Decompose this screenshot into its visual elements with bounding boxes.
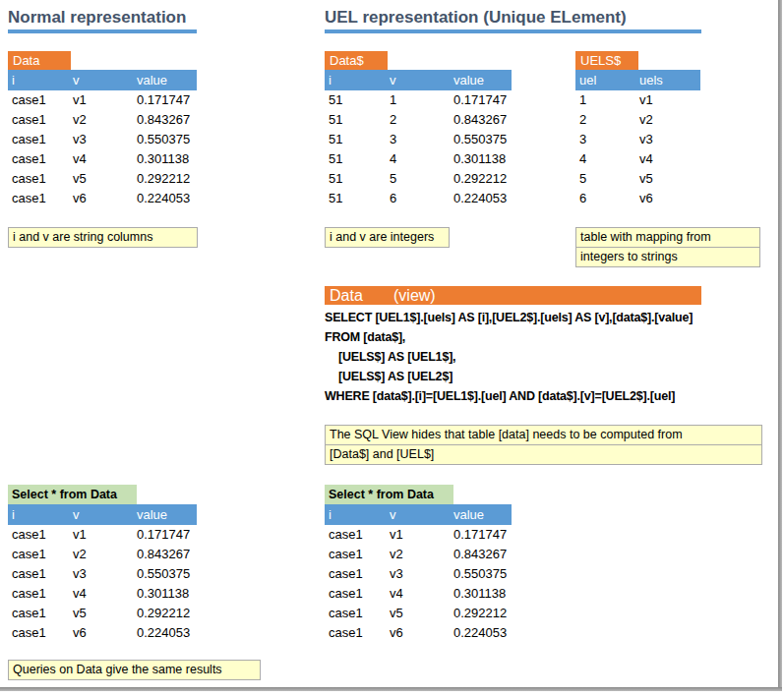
column-header: i [8,70,73,90]
heading-normal: Normal representation [8,7,197,33]
table-row: case1v20.843267 [325,545,512,564]
cell: case1 [8,564,73,584]
cell: 0.550375 [137,564,197,584]
cell: v1 [639,90,700,110]
table-row: case1v40.301138 [8,584,197,604]
table-data: Data i v value case1v10.171747 case1v20.… [8,51,197,208]
table-row: 6v6 [575,189,700,208]
cell: 0.171747 [137,90,197,110]
cell: v5 [73,604,137,623]
cell: v1 [73,525,137,545]
note-sql-view: The SQL View hides that table [data] nee… [325,425,762,465]
cell: 5 [575,169,639,189]
table-uels-header: uel uels [575,70,700,90]
column-header: uels [639,70,700,90]
cell: v2 [390,545,453,564]
table-row: case1v30.550375 [8,564,197,584]
cell: 0.171747 [137,525,197,545]
sql-line: [UELS$] AS [UEL1$], [325,347,693,367]
table-row: 2v2 [575,110,700,130]
note-text: integers to strings [575,247,760,267]
cell: 0.171747 [453,525,512,545]
table-select-right-header: i v value [325,504,512,525]
column-header: value [137,70,197,90]
cell: v1 [390,525,453,545]
note-queries: Queries on Data give the same results [8,660,261,680]
table-row: 1v1 [575,90,700,110]
cell: 0.292212 [137,169,197,189]
table-data-title: Data [8,51,71,70]
cell: 1 [390,90,453,110]
cell: 5 [390,169,453,189]
cell: 0.301138 [137,149,197,169]
cell: 0.301138 [137,584,197,604]
table-row: case1v20.843267 [8,545,197,564]
cell: 0.550375 [453,130,512,149]
table-uels-title: UELS$ [575,51,638,70]
cell: v6 [73,189,137,208]
cell: 0.224053 [137,623,197,643]
cell: v5 [390,604,453,623]
cell: case1 [325,525,390,545]
table-row: case1v40.301138 [8,149,197,169]
column-header: uel [575,70,639,90]
cell: 0.843267 [137,110,197,130]
table-data-s-title: Data$ [325,51,388,70]
cell: 0.224053 [453,623,512,643]
cell: 0.843267 [453,110,512,130]
cell: 51 [325,169,390,189]
table-row: 5160.224053 [325,189,512,208]
table-row: case1v50.292212 [325,604,512,623]
heading-uel-text: UEL representation (Unique ELement) [325,7,701,28]
heading-normal-text: Normal representation [8,7,197,28]
cell: v3 [639,130,700,149]
figure-canvas: Normal representation UEL representation… [0,0,784,697]
cell: 0.301138 [453,584,512,604]
column-header: i [325,504,390,525]
cell: case1 [325,584,390,604]
column-header: i [325,70,390,90]
note-text: Queries on Data give the same results [8,660,261,680]
table-row: case1v20.843267 [8,110,197,130]
table-row: 3v3 [575,130,700,149]
cell: 0.301138 [453,149,512,169]
sql-query: SELECT [UEL1$].[uels] AS [i],[UEL2$].[ue… [325,308,693,406]
cell: case1 [8,584,73,604]
cell: 0.292212 [453,169,512,189]
table-select-right: Select * from Data i v value case1v10.17… [325,485,512,643]
cell: v4 [639,149,700,169]
cell: v2 [639,110,700,130]
cell: 0.224053 [453,189,512,208]
cell: v6 [639,189,700,208]
cell: case1 [325,623,390,643]
cell: v5 [73,169,137,189]
note-string-columns: i and v are string columns [8,227,198,248]
cell: case1 [325,545,390,564]
cell: 2 [575,110,639,130]
table-data-s-header: i v value [325,70,512,90]
cell: 3 [390,130,453,149]
sql-view-titlebar: Data(view) [325,286,701,305]
cell: v2 [73,110,137,130]
cell: case1 [325,564,390,584]
table-row: 5120.843267 [325,110,512,130]
cell: v6 [390,623,453,643]
heading-normal-rule [8,29,197,33]
table-row: case1v10.171747 [8,525,197,545]
table-row: 5140.301138 [325,149,512,169]
sql-line: WHERE [data$].[i]=[UEL1$].[uel] AND [dat… [325,386,693,406]
sql-line: SELECT [UEL1$].[uels] AS [i],[UEL2$].[ue… [325,308,693,327]
column-header: value [137,504,197,525]
note-mapping: table with mapping from integers to stri… [575,227,760,267]
table-row: case1v60.224053 [8,189,197,208]
note-text: i and v are integers [325,227,450,248]
cell: case1 [8,169,73,189]
table-row: 4v4 [575,149,700,169]
table-row: case1v60.224053 [8,623,197,643]
table-row: case1v30.550375 [325,564,512,584]
cell: 4 [575,149,639,169]
note-integers: i and v are integers [325,227,450,248]
table-select-left: Select * from Data i v value case1v10.17… [8,485,197,643]
cell: 51 [325,110,390,130]
cell: case1 [8,525,73,545]
